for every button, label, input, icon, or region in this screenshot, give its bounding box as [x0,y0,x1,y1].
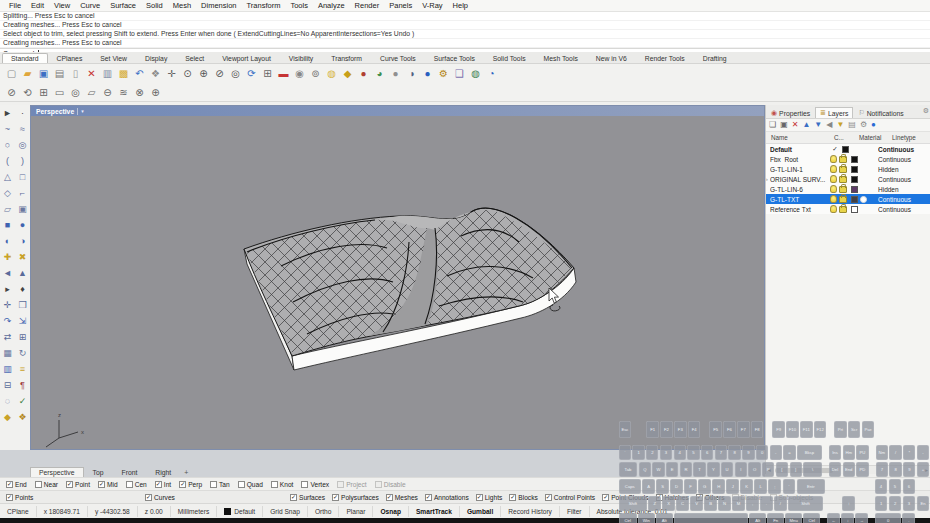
current-layer-check-icon[interactable]: ✓ [830,145,840,153]
help-icon[interactable]: ◔ [484,66,499,81]
checkbox-icon[interactable] [126,481,133,488]
layer-linetype[interactable]: Continuous [878,196,930,203]
checkbox-icon[interactable] [238,481,245,488]
scale-icon[interactable]: ⇲ [15,313,30,329]
status-segment[interactable]: Record History [501,506,560,517]
circle-tool-icon[interactable]: ⊚ [308,66,323,81]
cage-icon[interactable]: ▦ [0,345,15,361]
toolbar-tab[interactable]: Surface Tools [425,53,484,63]
ghosted-mode-icon[interactable]: ◕ [372,66,387,81]
osnap-checkbox[interactable]: Project [337,481,367,488]
toolbar-tab[interactable]: Curve Tools [371,53,425,63]
toolbar-tab[interactable]: Mesh Tools [535,53,587,63]
menu-item[interactable]: Dimension [196,1,241,10]
export-icon[interactable]: ▯ [68,66,83,81]
delete-layer-icon[interactable]: ✕ [792,120,799,130]
status-segment[interactable]: x 180849.71 [37,506,88,517]
check-icon[interactable]: ✓ [15,393,30,409]
toolbar-tab[interactable]: Render Tools [636,53,694,63]
toolbar-tab[interactable]: Standard [2,53,48,63]
join-icon[interactable]: ♦ [15,281,30,297]
pan-icon[interactable]: ❖ [148,66,163,81]
boolean-diff-icon[interactable]: ◑ [15,233,30,249]
filter-checkbox[interactable]: ✓ Blocks [509,494,537,501]
viewport-tab[interactable]: Top [84,467,113,477]
layer-color-swatch[interactable] [851,176,858,183]
zoom-extents-icon[interactable]: ◎ [228,66,243,81]
surface-icon[interactable]: ▱ [0,201,15,217]
extend-icon[interactable]: ▸ [0,281,15,297]
osnap-checkbox[interactable]: Vertex [301,481,329,488]
expand-arrow-icon[interactable]: › [766,176,768,182]
filter-checkbox[interactable]: ✓ Meshes [386,494,418,501]
menu-item[interactable]: Edit [26,1,49,10]
select-arrow-icon[interactable]: ► [0,105,15,121]
checkbox-icon[interactable]: ✓ [155,481,162,488]
toolbar-tab[interactable]: New in V6 [587,53,636,63]
viewport-rect-icon[interactable]: ▭ [52,85,67,100]
layer-row[interactable]: G-TL-LIN-1 Hidden [766,164,930,174]
filter-checkbox[interactable]: ✓ Lights [476,494,503,501]
osnap-checkbox[interactable]: Cen [126,481,147,488]
lock-tool-icon[interactable]: ◆ [0,409,15,425]
zoom-selected-icon[interactable]: ⊘ [212,66,227,81]
new-layer-icon[interactable]: ❏ [769,120,776,130]
osnap-checkbox[interactable]: ✓ End [6,481,27,488]
lock-icon[interactable] [839,206,847,213]
intersect-icon[interactable]: ⊗ [132,85,147,100]
status-segment[interactable]: Ortho [308,506,340,517]
lock-icon[interactable]: ◆ [340,66,355,81]
checkbox-icon[interactable]: ✓ [476,494,483,501]
checkbox-icon[interactable]: ✓ [145,494,152,501]
layer-linetype[interactable]: Continuous [878,206,930,213]
checkbox-icon[interactable]: ✓ [6,494,13,501]
status-segment[interactable]: SmartTrack [409,506,460,517]
group-icon[interactable]: ▥ [0,361,15,377]
checkbox-icon[interactable] [301,481,308,488]
checkbox-icon[interactable]: ✓ [545,494,552,501]
checkbox-icon[interactable]: ✓ [425,494,432,501]
menu-item[interactable]: Transform [242,1,286,10]
column-current[interactable]: C... [834,134,844,141]
gray-orb-icon[interactable]: ● [388,66,403,81]
gear-icon[interactable]: ⚙ [923,107,929,115]
fillet-icon[interactable]: ✚ [0,249,15,265]
status-segment[interactable]: Filter [560,506,590,517]
layer-color-swatch[interactable] [851,156,858,163]
panel-tab[interactable]: ≣ Layers [815,107,853,118]
move-up-icon[interactable]: ▲ [802,120,810,130]
toolbar-tab[interactable]: Visibility [280,53,322,63]
layer-color-swatch[interactable] [842,146,849,153]
hide-icon[interactable]: ◌ [0,393,15,409]
cplane-icon[interactable]: ▬ [276,66,291,81]
column-linetype[interactable]: Linetype [892,134,916,141]
checkbox-icon[interactable] [375,481,382,488]
snap-icon[interactable]: ◉ [292,66,307,81]
flatten-icon[interactable]: ⊖ [100,85,115,100]
menu-item[interactable]: Solid [141,1,168,10]
menu-item[interactable]: View [49,1,75,10]
layer-linetype[interactable]: Continuous [878,176,930,183]
filter-checkbox[interactable]: ✓ Points [6,494,138,501]
panel-tab[interactable]: ◉ Properties [766,107,815,118]
checkbox-icon[interactable] [337,481,344,488]
checkbox-icon[interactable]: ✓ [98,481,105,488]
checkbox-icon[interactable]: ✓ [290,494,297,501]
layer-linetype[interactable]: Hidden [878,166,930,173]
tools-gear-icon[interactable]: ⚙ [436,66,451,81]
lock-icon[interactable] [839,156,847,163]
interp-curve-icon[interactable]: ≈ [15,121,30,137]
grid-options-icon[interactable]: ⊞ [36,85,51,100]
report-icon[interactable]: ▤ [848,120,856,130]
crop-icon[interactable]: ▱ [84,85,99,100]
layer-linetype[interactable]: Hidden [878,186,930,193]
material-dot-icon[interactable] [860,196,867,203]
osnap-checkbox[interactable]: ✓ Mid [98,481,118,488]
layer-color-swatch[interactable] [851,206,858,213]
filter-checkbox[interactable]: ✓ Polysurfaces [332,494,379,501]
layer-tool-icon[interactable]: ❖ [15,409,30,425]
waves-icon[interactable]: ≋ [116,85,131,100]
checkbox-icon[interactable] [271,481,278,488]
paste-icon[interactable]: ▩ [116,66,131,81]
copy-tool-icon[interactable]: ❒ [15,297,30,313]
